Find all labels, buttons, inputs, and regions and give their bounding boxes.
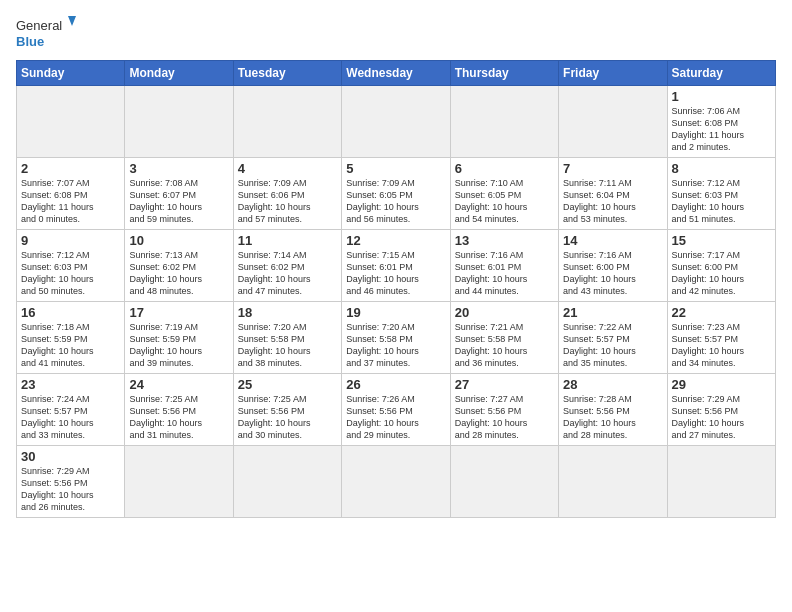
day-number: 16 bbox=[21, 305, 120, 320]
table-row bbox=[125, 446, 233, 518]
table-row: 7Sunrise: 7:11 AM Sunset: 6:04 PM Daylig… bbox=[559, 158, 667, 230]
table-row: 30Sunrise: 7:29 AM Sunset: 5:56 PM Dayli… bbox=[17, 446, 125, 518]
table-row: 5Sunrise: 7:09 AM Sunset: 6:05 PM Daylig… bbox=[342, 158, 450, 230]
day-info: Sunrise: 7:06 AM Sunset: 6:08 PM Dayligh… bbox=[672, 105, 771, 154]
day-info: Sunrise: 7:11 AM Sunset: 6:04 PM Dayligh… bbox=[563, 177, 662, 226]
day-number: 22 bbox=[672, 305, 771, 320]
day-number: 28 bbox=[563, 377, 662, 392]
header-tuesday: Tuesday bbox=[233, 61, 341, 86]
day-info: Sunrise: 7:26 AM Sunset: 5:56 PM Dayligh… bbox=[346, 393, 445, 442]
day-number: 25 bbox=[238, 377, 337, 392]
day-info: Sunrise: 7:09 AM Sunset: 6:05 PM Dayligh… bbox=[346, 177, 445, 226]
day-number: 20 bbox=[455, 305, 554, 320]
day-number: 26 bbox=[346, 377, 445, 392]
day-number: 29 bbox=[672, 377, 771, 392]
day-number: 6 bbox=[455, 161, 554, 176]
table-row bbox=[450, 86, 558, 158]
generalblue-logo-icon: General Blue bbox=[16, 12, 76, 52]
table-row: 2Sunrise: 7:07 AM Sunset: 6:08 PM Daylig… bbox=[17, 158, 125, 230]
day-number: 4 bbox=[238, 161, 337, 176]
day-info: Sunrise: 7:18 AM Sunset: 5:59 PM Dayligh… bbox=[21, 321, 120, 370]
table-row: 15Sunrise: 7:17 AM Sunset: 6:00 PM Dayli… bbox=[667, 230, 775, 302]
calendar-page: General Blue Sunday Monday Tuesday Wedne… bbox=[0, 0, 792, 612]
table-row: 28Sunrise: 7:28 AM Sunset: 5:56 PM Dayli… bbox=[559, 374, 667, 446]
day-number: 1 bbox=[672, 89, 771, 104]
header-wednesday: Wednesday bbox=[342, 61, 450, 86]
day-number: 13 bbox=[455, 233, 554, 248]
table-row bbox=[342, 86, 450, 158]
day-info: Sunrise: 7:21 AM Sunset: 5:58 PM Dayligh… bbox=[455, 321, 554, 370]
day-info: Sunrise: 7:15 AM Sunset: 6:01 PM Dayligh… bbox=[346, 249, 445, 298]
table-row bbox=[233, 86, 341, 158]
day-info: Sunrise: 7:13 AM Sunset: 6:02 PM Dayligh… bbox=[129, 249, 228, 298]
calendar-table: Sunday Monday Tuesday Wednesday Thursday… bbox=[16, 60, 776, 518]
logo: General Blue bbox=[16, 12, 76, 52]
table-row: 3Sunrise: 7:08 AM Sunset: 6:07 PM Daylig… bbox=[125, 158, 233, 230]
day-number: 10 bbox=[129, 233, 228, 248]
svg-text:Blue: Blue bbox=[16, 34, 44, 49]
day-info: Sunrise: 7:12 AM Sunset: 6:03 PM Dayligh… bbox=[672, 177, 771, 226]
table-row: 29Sunrise: 7:29 AM Sunset: 5:56 PM Dayli… bbox=[667, 374, 775, 446]
table-row: 11Sunrise: 7:14 AM Sunset: 6:02 PM Dayli… bbox=[233, 230, 341, 302]
day-info: Sunrise: 7:20 AM Sunset: 5:58 PM Dayligh… bbox=[238, 321, 337, 370]
weekday-header-row: Sunday Monday Tuesday Wednesday Thursday… bbox=[17, 61, 776, 86]
day-number: 19 bbox=[346, 305, 445, 320]
header: General Blue bbox=[16, 12, 776, 52]
table-row bbox=[125, 86, 233, 158]
table-row: 27Sunrise: 7:27 AM Sunset: 5:56 PM Dayli… bbox=[450, 374, 558, 446]
day-info: Sunrise: 7:10 AM Sunset: 6:05 PM Dayligh… bbox=[455, 177, 554, 226]
table-row: 9Sunrise: 7:12 AM Sunset: 6:03 PM Daylig… bbox=[17, 230, 125, 302]
table-row: 25Sunrise: 7:25 AM Sunset: 5:56 PM Dayli… bbox=[233, 374, 341, 446]
day-info: Sunrise: 7:20 AM Sunset: 5:58 PM Dayligh… bbox=[346, 321, 445, 370]
day-info: Sunrise: 7:28 AM Sunset: 5:56 PM Dayligh… bbox=[563, 393, 662, 442]
table-row: 13Sunrise: 7:16 AM Sunset: 6:01 PM Dayli… bbox=[450, 230, 558, 302]
day-number: 27 bbox=[455, 377, 554, 392]
day-number: 2 bbox=[21, 161, 120, 176]
day-info: Sunrise: 7:12 AM Sunset: 6:03 PM Dayligh… bbox=[21, 249, 120, 298]
table-row: 26Sunrise: 7:26 AM Sunset: 5:56 PM Dayli… bbox=[342, 374, 450, 446]
header-monday: Monday bbox=[125, 61, 233, 86]
day-info: Sunrise: 7:22 AM Sunset: 5:57 PM Dayligh… bbox=[563, 321, 662, 370]
day-info: Sunrise: 7:16 AM Sunset: 6:00 PM Dayligh… bbox=[563, 249, 662, 298]
day-number: 30 bbox=[21, 449, 120, 464]
day-info: Sunrise: 7:17 AM Sunset: 6:00 PM Dayligh… bbox=[672, 249, 771, 298]
day-info: Sunrise: 7:08 AM Sunset: 6:07 PM Dayligh… bbox=[129, 177, 228, 226]
table-row: 10Sunrise: 7:13 AM Sunset: 6:02 PM Dayli… bbox=[125, 230, 233, 302]
table-row: 20Sunrise: 7:21 AM Sunset: 5:58 PM Dayli… bbox=[450, 302, 558, 374]
svg-text:General: General bbox=[16, 18, 62, 33]
table-row bbox=[667, 446, 775, 518]
table-row bbox=[342, 446, 450, 518]
day-number: 7 bbox=[563, 161, 662, 176]
table-row bbox=[233, 446, 341, 518]
svg-marker-2 bbox=[68, 16, 76, 26]
day-info: Sunrise: 7:27 AM Sunset: 5:56 PM Dayligh… bbox=[455, 393, 554, 442]
table-row: 16Sunrise: 7:18 AM Sunset: 5:59 PM Dayli… bbox=[17, 302, 125, 374]
day-info: Sunrise: 7:07 AM Sunset: 6:08 PM Dayligh… bbox=[21, 177, 120, 226]
day-number: 21 bbox=[563, 305, 662, 320]
table-row: 18Sunrise: 7:20 AM Sunset: 5:58 PM Dayli… bbox=[233, 302, 341, 374]
header-saturday: Saturday bbox=[667, 61, 775, 86]
table-row: 14Sunrise: 7:16 AM Sunset: 6:00 PM Dayli… bbox=[559, 230, 667, 302]
table-row: 1Sunrise: 7:06 AM Sunset: 6:08 PM Daylig… bbox=[667, 86, 775, 158]
table-row: 23Sunrise: 7:24 AM Sunset: 5:57 PM Dayli… bbox=[17, 374, 125, 446]
day-number: 11 bbox=[238, 233, 337, 248]
day-info: Sunrise: 7:25 AM Sunset: 5:56 PM Dayligh… bbox=[238, 393, 337, 442]
day-number: 17 bbox=[129, 305, 228, 320]
header-friday: Friday bbox=[559, 61, 667, 86]
day-info: Sunrise: 7:09 AM Sunset: 6:06 PM Dayligh… bbox=[238, 177, 337, 226]
table-row bbox=[17, 86, 125, 158]
day-number: 5 bbox=[346, 161, 445, 176]
table-row bbox=[559, 446, 667, 518]
day-info: Sunrise: 7:29 AM Sunset: 5:56 PM Dayligh… bbox=[21, 465, 120, 514]
day-info: Sunrise: 7:19 AM Sunset: 5:59 PM Dayligh… bbox=[129, 321, 228, 370]
day-info: Sunrise: 7:29 AM Sunset: 5:56 PM Dayligh… bbox=[672, 393, 771, 442]
day-number: 12 bbox=[346, 233, 445, 248]
day-info: Sunrise: 7:16 AM Sunset: 6:01 PM Dayligh… bbox=[455, 249, 554, 298]
table-row bbox=[450, 446, 558, 518]
day-number: 23 bbox=[21, 377, 120, 392]
day-number: 24 bbox=[129, 377, 228, 392]
header-sunday: Sunday bbox=[17, 61, 125, 86]
table-row: 4Sunrise: 7:09 AM Sunset: 6:06 PM Daylig… bbox=[233, 158, 341, 230]
table-row: 6Sunrise: 7:10 AM Sunset: 6:05 PM Daylig… bbox=[450, 158, 558, 230]
day-info: Sunrise: 7:24 AM Sunset: 5:57 PM Dayligh… bbox=[21, 393, 120, 442]
